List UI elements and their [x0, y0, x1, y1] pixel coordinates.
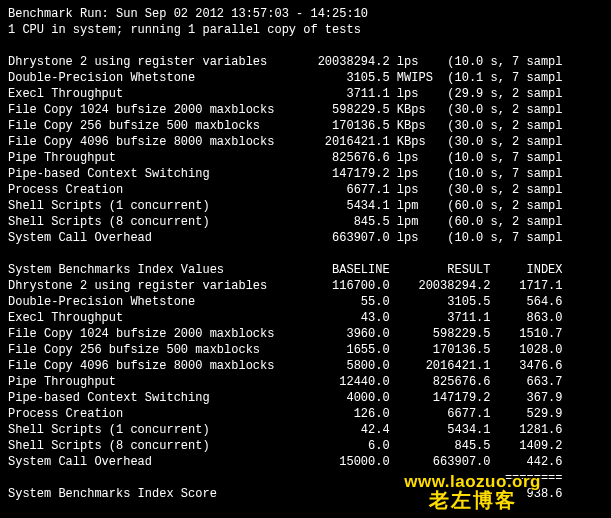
- blank-line: [8, 38, 603, 54]
- index-row: File Copy 1024 bufsize 2000 maxblocks 39…: [8, 326, 603, 342]
- score-rule: ========: [8, 470, 603, 486]
- blank-line: [8, 246, 603, 262]
- index-row: File Copy 4096 bufsize 8000 maxblocks 58…: [8, 358, 603, 374]
- test-row: Shell Scripts (1 concurrent) 5434.1 lpm …: [8, 198, 603, 214]
- test-row: File Copy 256 bufsize 500 maxblocks 1701…: [8, 118, 603, 134]
- index-row: Dhrystone 2 using register variables 116…: [8, 278, 603, 294]
- index-row: Execl Throughput 43.0 3711.1 863.0: [8, 310, 603, 326]
- test-row: Double-Precision Whetstone 3105.5 MWIPS …: [8, 70, 603, 86]
- index-row: File Copy 256 bufsize 500 maxblocks 1655…: [8, 342, 603, 358]
- index-row: Double-Precision Whetstone 55.0 3105.5 5…: [8, 294, 603, 310]
- index-header: System Benchmarks Index Values BASELINE …: [8, 262, 603, 278]
- score-line: System Benchmarks Index Score 938.6: [8, 486, 603, 502]
- cpu-line: 1 CPU in system; running 1 parallel copy…: [8, 22, 603, 38]
- test-row: System Call Overhead 663907.0 lps (10.0 …: [8, 230, 603, 246]
- index-row: Pipe Throughput 12440.0 825676.6 663.7: [8, 374, 603, 390]
- test-row: Pipe-based Context Switching 147179.2 lp…: [8, 166, 603, 182]
- index-row: Shell Scripts (8 concurrent) 6.0 845.5 1…: [8, 438, 603, 454]
- test-row: Dhrystone 2 using register variables 200…: [8, 54, 603, 70]
- test-row: Execl Throughput 3711.1 lps (29.9 s, 2 s…: [8, 86, 603, 102]
- index-row: Process Creation 126.0 6677.1 529.9: [8, 406, 603, 422]
- benchmark-run-line: Benchmark Run: Sun Sep 02 2012 13:57:03 …: [8, 6, 603, 22]
- test-row: File Copy 4096 bufsize 8000 maxblocks 20…: [8, 134, 603, 150]
- index-row: Pipe-based Context Switching 4000.0 1471…: [8, 390, 603, 406]
- test-row: Pipe Throughput 825676.6 lps (10.0 s, 7 …: [8, 150, 603, 166]
- test-row: File Copy 1024 bufsize 2000 maxblocks 59…: [8, 102, 603, 118]
- test-row: Shell Scripts (8 concurrent) 845.5 lpm (…: [8, 214, 603, 230]
- index-row: System Call Overhead 15000.0 663907.0 44…: [8, 454, 603, 470]
- terminal-output: Benchmark Run: Sun Sep 02 2012 13:57:03 …: [8, 6, 603, 502]
- index-row: Shell Scripts (1 concurrent) 42.4 5434.1…: [8, 422, 603, 438]
- test-row: Process Creation 6677.1 lps (30.0 s, 2 s…: [8, 182, 603, 198]
